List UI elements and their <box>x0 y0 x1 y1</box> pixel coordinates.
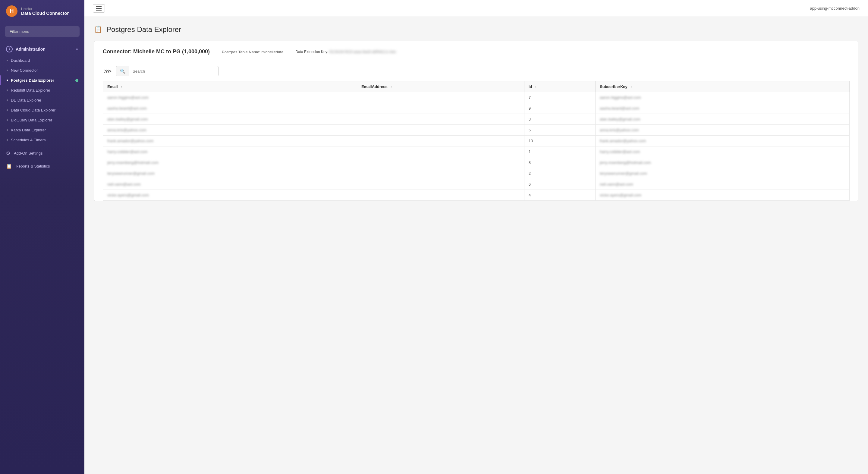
nav-item-new-connector[interactable]: New Connector <box>0 65 84 75</box>
cell-email: teryswwrunner@gmail.com <box>103 168 357 179</box>
brand-title: Data Cloud Connector <box>21 10 69 16</box>
cell-id: 5 <box>524 125 595 136</box>
cell-id: 7 <box>524 92 595 103</box>
nav-item-label: Dashboard <box>11 58 30 63</box>
nav-item-label: BigQuery Data Explorer <box>11 118 52 122</box>
cell-id: 10 <box>524 136 595 147</box>
cell-id: 6 <box>524 179 595 190</box>
sidebar: H Heroku Data Cloud Connector Filter men… <box>0 0 84 474</box>
topbar: app-using-mcconnect-addon <box>84 0 868 17</box>
nav-item-reports-statistics[interactable]: 📋 Reports & Statistics <box>0 160 84 173</box>
col-emailaddress[interactable]: EmailAddress ↕ <box>357 82 524 92</box>
nav-item-label: Redshift Data Explorer <box>11 88 50 93</box>
nav-dot <box>7 99 8 101</box>
cell-emailaddress <box>357 136 524 147</box>
chevron-up-icon: ∧ <box>76 47 79 51</box>
connector-card: Connector: Michelle MC to PG (1,000,000)… <box>94 41 858 201</box>
nav-item-label: Schedules & Timers <box>11 138 46 142</box>
cell-email: victor.ayers@gmail.com <box>103 190 357 201</box>
data-table: Email ↕ EmailAddress ↕ id ↕ Subscriber <box>103 81 849 201</box>
reports-statistics-label: Reports & Statistics <box>16 164 50 168</box>
brand-logo-icon: H <box>6 5 18 17</box>
nav-dot <box>7 109 8 111</box>
connector-ext-key: Data Extension Key: f3c34c94-f619-aaaa-8… <box>296 49 396 54</box>
nav-item-dashboard[interactable]: Dashboard <box>0 56 84 65</box>
cell-subscriberkey: harry.cobbler@aol.com <box>595 147 849 157</box>
hamburger-line-1 <box>96 6 101 7</box>
sort-icon-emailaddress: ↕ <box>390 85 392 89</box>
cell-id: 2 <box>524 168 595 179</box>
nav-dot <box>7 90 8 91</box>
ext-key-label: Data Extension Key: <box>296 50 328 54</box>
cell-emailaddress <box>357 157 524 168</box>
cell-email: aasha.beard@aol.com <box>103 103 357 114</box>
cell-emailaddress <box>357 190 524 201</box>
nav-item-schedules-timers[interactable]: Schedules & Timers <box>0 135 84 145</box>
table-row: alan.bailey@gmail.com3alan.bailey@gmail.… <box>103 114 849 125</box>
col-id[interactable]: id ↕ <box>524 82 595 92</box>
table-body: aaron.higgins@aol.com7aaron.higgins@aol.… <box>103 92 849 201</box>
nav-item-postgres-data-explorer[interactable]: Postgres Data Explorer <box>0 75 84 85</box>
reports-icon: 📋 <box>6 163 12 169</box>
nav-item-label: Kafka Data Explorer <box>11 128 46 132</box>
cell-subscriberkey: anna.kris@yahoo.com <box>595 125 849 136</box>
collapse-button[interactable]: ⋙ <box>103 67 113 76</box>
connector-info-row: Connector: Michelle MC to PG (1,000,000)… <box>103 49 849 61</box>
cell-subscriberkey: teryswwrunner@gmail.com <box>595 168 849 179</box>
hamburger-button[interactable] <box>93 4 105 13</box>
nav-item-addon-settings[interactable]: ⚙ Add-On Settings <box>0 147 84 160</box>
cell-id: 1 <box>524 147 595 157</box>
cell-id: 4 <box>524 190 595 201</box>
main-content: app-using-mcconnect-addon 📋 Postgres Dat… <box>84 0 868 474</box>
cell-emailaddress <box>357 179 524 190</box>
page-title: Postgres Data Explorer <box>106 25 181 34</box>
nav-dot <box>7 70 8 71</box>
search-input[interactable] <box>129 67 218 76</box>
table-header: Email ↕ EmailAddress ↕ id ↕ Subscriber <box>103 82 849 92</box>
col-email[interactable]: Email ↕ <box>103 82 357 92</box>
table-row: teryswwrunner@gmail.com2teryswwrunner@gm… <box>103 168 849 179</box>
nav-section-header-administration[interactable]: ℹ Administration ∧ <box>0 43 84 56</box>
cell-subscriberkey: jerry.rosenberg@hotmail.com <box>595 157 849 168</box>
col-subscriberkey[interactable]: SubscriberKey ↕ <box>595 82 849 92</box>
cell-subscriberkey: neil.vann@aol.com <box>595 179 849 190</box>
sort-icon-subscriberkey: ↕ <box>630 85 632 89</box>
brand-subtitle: Heroku <box>21 7 69 10</box>
filter-menu-button[interactable]: Filter menu <box>5 26 80 37</box>
nav-item-kafka-data-explorer[interactable]: Kafka Data Explorer <box>0 125 84 135</box>
page-content: 📋 Postgres Data Explorer Connector: Mich… <box>84 17 868 474</box>
table-controls: ⋙ 🔍 <box>103 61 849 76</box>
administration-icon: ℹ <box>6 46 13 53</box>
nav-item-label: Postgres Data Explorer <box>11 78 54 83</box>
hamburger-line-2 <box>96 8 101 9</box>
nav-dot <box>7 80 8 81</box>
active-bar <box>0 75 1 85</box>
cell-email: alan.bailey@gmail.com <box>103 114 357 125</box>
sort-icon-email: ↕ <box>121 85 122 89</box>
cell-id: 3 <box>524 114 595 125</box>
connector-name: Connector: Michelle MC to PG (1,000,000) <box>103 49 210 55</box>
nav-dot <box>7 129 8 131</box>
cell-emailaddress <box>357 125 524 136</box>
topbar-app-name: app-using-mcconnect-addon <box>810 6 860 10</box>
table-row: jerry.rosenberg@hotmail.com8jerry.rosenb… <box>103 157 849 168</box>
page-title-icon: 📋 <box>94 26 102 33</box>
table-header-row: Email ↕ EmailAddress ↕ id ↕ Subscriber <box>103 82 849 92</box>
nav-dot <box>7 60 8 61</box>
active-indicator-dot <box>75 79 79 82</box>
cell-subscriberkey: victor.ayers@gmail.com <box>595 190 849 201</box>
cell-emailaddress <box>357 147 524 157</box>
brand-logo-text: Heroku Data Cloud Connector <box>21 7 69 16</box>
nav-item-de-data-explorer[interactable]: DE Data Explorer <box>0 95 84 105</box>
table-row: frank.amador@yahoo.com10frank.amador@yah… <box>103 136 849 147</box>
cell-emailaddress <box>357 114 524 125</box>
cell-email: aaron.higgins@aol.com <box>103 92 357 103</box>
cell-email: neil.vann@aol.com <box>103 179 357 190</box>
sidebar-header: H Heroku Data Cloud Connector <box>0 0 84 22</box>
nav-item-bigquery-data-explorer[interactable]: BigQuery Data Explorer <box>0 115 84 125</box>
search-icon-button[interactable]: 🔍 <box>116 66 129 76</box>
nav-item-data-cloud-data-explorer[interactable]: Data Cloud Data Explorer <box>0 105 84 115</box>
nav-item-redshift-data-explorer[interactable]: Redshift Data Explorer <box>0 85 84 95</box>
table-row: anna.kris@yahoo.com5anna.kris@yahoo.com <box>103 125 849 136</box>
nav-item-label: DE Data Explorer <box>11 98 41 102</box>
